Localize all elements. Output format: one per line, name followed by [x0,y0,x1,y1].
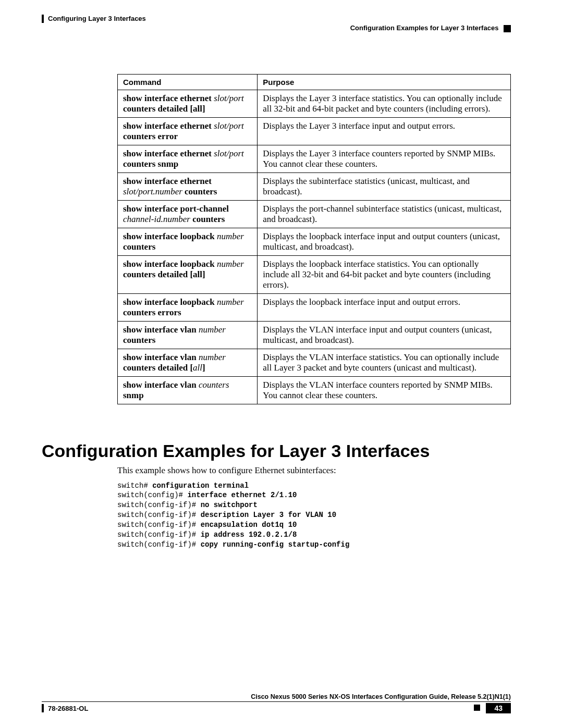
cmd-text: show interface ethernet [123,93,214,103]
cmd-text: counters detailed [all] [123,104,205,114]
cmd-text: show interface vlan [123,380,199,390]
page-footer: Cisco Nexus 5000 Series NX-OS Interfaces… [42,693,511,712]
header-tick-icon [42,15,44,23]
footer-right: 43 [474,704,511,712]
table-row: show interface ethernet slot/port.number… [118,172,511,200]
table-row: show interface vlan number countersDispl… [118,321,511,349]
command-cell: show interface ethernet slot/port counte… [118,117,258,145]
cmd-text: show interface port-channel [123,204,229,214]
header-box-icon [504,25,511,32]
purpose-cell: Displays the loopback interface statisti… [258,255,511,293]
code-command: copy running-config startup-config [201,540,350,549]
command-cell: show interface ethernet slot/port counte… [118,145,258,172]
command-cell: show interface loopback number counters … [118,293,258,321]
cmd-text: ] [202,363,205,373]
cmd-text: snmp [123,390,144,400]
command-cell: show interface loopback number counters … [118,255,258,293]
code-prompt: switch(config-if)# [117,521,201,529]
chapter-title: Configuring Layer 3 Interfaces [48,15,146,22]
table-row: show interface loopback number countersD… [118,228,511,255]
page-number: 43 [486,703,511,713]
cmd-text: show interface vlan [123,352,199,362]
cmd-arg: number [199,352,226,362]
cmd-text: counters snmp [123,159,178,169]
command-cell: show interface port-channel channel-id.n… [118,200,258,228]
doc-number: 78-26881-OL [48,705,88,712]
code-prompt: switch(config-if)# [117,501,201,509]
table-row: show interface vlan counters snmpDisplay… [118,376,511,404]
code-command: ip address 192.0.2.1/8 [201,530,297,539]
intro-text: This example shows how to configure Ethe… [117,465,511,476]
command-cell: show interface ethernet slot/port.number… [118,172,258,200]
cmd-text: counters detailed [all] [123,269,205,279]
cmd-text: counters [190,214,225,224]
header-right: Configuration Examples for Layer 3 Inter… [350,15,511,32]
purpose-cell: Displays the VLAN interface input and ou… [258,321,511,349]
code-command: description Layer 3 for VLAN 10 [201,511,336,519]
cmd-text: counters error [123,131,178,141]
purpose-cell: Displays the port-channel subinterface s… [258,200,511,228]
footer-doc-title: Cisco Nexus 5000 Series NX-OS Interfaces… [42,693,511,702]
content: Command Purpose show interface ethernet … [117,74,511,404]
header-left: Configuring Layer 3 Interfaces [42,15,146,23]
page: Configuring Layer 3 Interfaces Configura… [0,0,563,728]
code-prompt: switch(config-if)# [117,530,201,539]
purpose-cell: Displays the loopback interface input an… [258,293,511,321]
cmd-arg: number [217,259,244,269]
table-row: show interface ethernet slot/port counte… [118,145,511,172]
cmd-arg: slot/port [214,93,244,103]
cmd-arg: slot/port [214,149,244,158]
cmd-arg: all [193,363,202,373]
cmd-text: show interface loopback [123,297,217,307]
code-example: switch# configuration terminal switch(co… [117,481,511,550]
page-header: Configuring Layer 3 Interfaces Configura… [42,15,511,32]
cmd-arg: number [217,231,244,241]
table-row: show interface ethernet slot/port counte… [118,90,511,117]
purpose-cell: Displays the loopback interface input an… [258,228,511,255]
cmd-arg: slot/port [214,121,244,131]
code-command: interface ethernet 2/1.10 [187,491,297,499]
cmd-text: show interface loopback [123,231,217,241]
purpose-cell: Displays the Layer 3 interface statistic… [258,90,511,117]
command-cell: show interface vlan counters snmp [118,376,258,404]
cmd-text: show interface ethernet [123,149,214,158]
purpose-cell: Displays the VLAN interface counters rep… [258,376,511,404]
command-cell: show interface ethernet slot/port counte… [118,90,258,117]
section-crumb: Configuration Examples for Layer 3 Inter… [350,24,499,32]
command-cell: show interface vlan number counters [118,321,258,349]
purpose-cell: Displays the subinterface statistics (un… [258,172,511,200]
table-row: show interface vlan number counters deta… [118,349,511,376]
purpose-cell: Displays the Layer 3 interface input and… [258,117,511,145]
section-heading: Configuration Examples for Layer 3 Inter… [42,441,511,461]
footer-tick-icon [42,704,44,712]
cmd-text: counters [123,335,155,345]
cmd-text: counters detailed [ [123,363,193,373]
code-command: encapsulation dot1q 10 [201,521,297,529]
th-purpose: Purpose [258,74,511,90]
code-prompt: switch(config-if)# [117,540,201,549]
th-command: Command [118,74,258,90]
cmd-text: show interface loopback [123,259,217,269]
footer-left: 78-26881-OL [42,704,88,712]
code-command: configuration terminal [152,482,249,490]
cmd-arg: number [199,325,226,335]
purpose-cell: Displays the Layer 3 interface counters … [258,145,511,172]
table-row: show interface ethernet slot/port counte… [118,117,511,145]
command-cell: show interface loopback number counters [118,228,258,255]
cmd-text: show interface ethernet [123,121,214,131]
table-row: show interface port-channel channel-id.n… [118,200,511,228]
cmd-text: counters [182,187,217,196]
cmd-text: counters errors [123,307,181,317]
cmd-arg: slot/port.number [123,187,182,196]
table-row: show interface loopback number counters … [118,293,511,321]
cmd-text: counters [123,242,155,252]
code-prompt: switch(config)# [117,491,187,499]
cmd-text: show interface vlan [123,325,199,335]
code-prompt: switch# [117,482,152,490]
table-row: show interface loopback number counters … [118,255,511,293]
cmd-arg: counters [199,380,229,390]
command-table: Command Purpose show interface ethernet … [117,74,511,404]
section-body: This example shows how to configure Ethe… [117,465,511,550]
footer-box-icon [474,705,480,711]
code-command: no switchport [201,501,258,509]
